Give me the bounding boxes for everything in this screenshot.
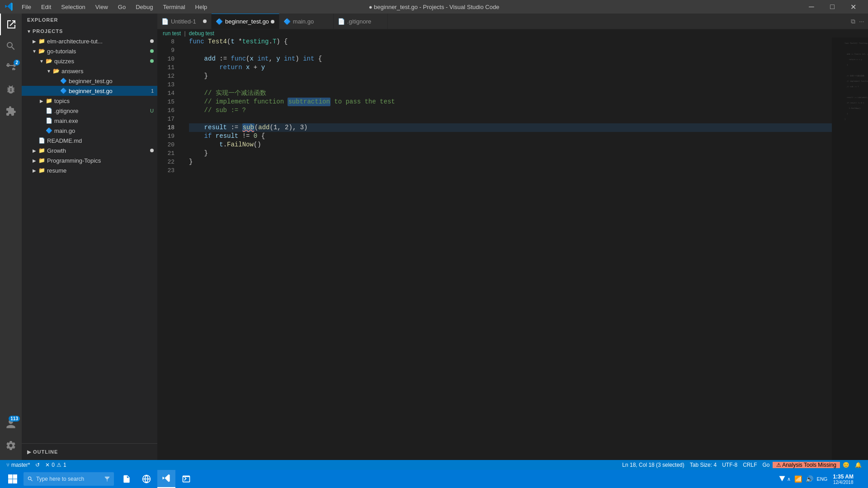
- settings-activity-icon[interactable]: [0, 435, 22, 456]
- tab-go-icon: 🔷: [216, 19, 222, 25]
- tree-item-answers[interactable]: ▼ 📂 answers: [22, 66, 157, 76]
- code-token: [189, 55, 204, 63]
- search-activity-icon[interactable]: [0, 35, 22, 57]
- taskbar-terminal-icon[interactable]: [177, 470, 195, 488]
- more-actions-button[interactable]: ···: [859, 18, 864, 25]
- taskbar-search[interactable]: Type here to search: [24, 472, 114, 486]
- tab-gitignore[interactable]: 📄 .gitignore: [334, 14, 388, 29]
- code-token: result: [216, 132, 238, 141]
- minimize-button[interactable]: ─: [801, 0, 822, 14]
- arrow-icon: ▼: [31, 47, 38, 55]
- taskbar: Type here to search: [0, 470, 868, 488]
- code-token: func: [189, 38, 208, 46]
- line-num-9: 9: [157, 46, 175, 55]
- explorer-activity-icon[interactable]: [0, 14, 22, 35]
- code-token: int: [303, 55, 314, 63]
- taskbar-tray-icons[interactable]: ∧: [779, 476, 791, 482]
- account-badge: 113: [9, 416, 20, 422]
- status-sync[interactable]: ↺: [33, 460, 42, 470]
- tab-label-gitignore: .gitignore: [347, 18, 383, 25]
- status-position[interactable]: Ln 18, Col 18 (3 selected): [619, 462, 687, 468]
- tab-dirty-dot-active: [271, 20, 274, 23]
- code-token: t: [219, 141, 223, 149]
- menu-terminal[interactable]: Terminal: [158, 3, 189, 11]
- status-analysis-warning[interactable]: ⚠ Analysis Tools Missing: [773, 462, 840, 468]
- code-token: to pass the test: [330, 98, 395, 106]
- warning-text: ⚠ Analysis Tools Missing: [776, 462, 837, 468]
- menu-debug[interactable]: Debug: [131, 3, 157, 11]
- status-encoding[interactable]: UTF-8: [719, 462, 740, 468]
- tree-item-elm[interactable]: ▶ 📁 elm-architecture-tut...: [22, 36, 157, 46]
- tree-item-topics[interactable]: ▶ 📁 topics: [22, 96, 157, 106]
- modified-dot: [150, 39, 154, 43]
- tree-item-main-exe[interactable]: 📄 main.exe: [22, 116, 157, 126]
- debug-activity-icon[interactable]: [0, 79, 22, 100]
- tray-lang[interactable]: ENG: [817, 476, 828, 482]
- code-line-16: // sub := ?: [189, 106, 832, 115]
- sync-icon: ↺: [35, 462, 40, 468]
- error-count: 0: [52, 462, 55, 468]
- tree-item-go-tutorials[interactable]: ▼ 📂 go-tutorials: [22, 46, 157, 56]
- show-desktop-button[interactable]: [859, 470, 863, 488]
- folder-icon-resume: 📁: [38, 167, 45, 174]
- taskbar-vscode-icon[interactable]: [157, 470, 175, 488]
- code-token: x: [246, 63, 250, 72]
- smiley-icon: 😊: [843, 462, 849, 468]
- tab-main-go[interactable]: 🔷 main.go: [279, 14, 334, 29]
- status-bell[interactable]: 🔔: [852, 462, 864, 468]
- debug-test-link[interactable]: debug test: [189, 30, 214, 37]
- account-activity-icon[interactable]: 113: [0, 413, 22, 435]
- status-errors[interactable]: ✕ 0 ⚠ 1: [42, 460, 69, 470]
- taskbar-clock[interactable]: 1:35 AM 12/4/2018: [831, 474, 855, 485]
- tree-item-programming-topics[interactable]: ▶ 📁 Programming-Topics: [22, 155, 157, 165]
- menu-go[interactable]: Go: [113, 3, 130, 11]
- code-token: }: [189, 158, 193, 166]
- run-test-link[interactable]: run test: [163, 30, 181, 37]
- close-button[interactable]: ✕: [843, 0, 863, 14]
- menu-edit[interactable]: Edit: [37, 3, 56, 11]
- tree-item-resume[interactable]: ▶ 📁 resume: [22, 165, 157, 175]
- tab-bar: 📄 Untitled-1 🔷 beginner_test.go 🔷 main.g…: [157, 14, 868, 29]
- tree-item-main-go[interactable]: 🔷 main.go: [22, 126, 157, 136]
- readme-label: README.md: [47, 137, 154, 144]
- code-content[interactable]: func Test4(t *testing.T) { add := func(x…: [180, 38, 832, 460]
- tree-item-gitignore[interactable]: 📄 .gitignore U: [22, 106, 157, 116]
- code-line-18: result := sub(add(1, 2), 3): [189, 123, 832, 132]
- tab-dirty-dot: [203, 19, 207, 23]
- tree-item-projects[interactable]: ▼ PROJECTS: [22, 26, 157, 36]
- menu-selection[interactable]: Selection: [57, 3, 90, 11]
- split-editor-button[interactable]: ⧉: [851, 18, 855, 25]
- folder-icon: 📁: [45, 97, 52, 104]
- menu-view[interactable]: View: [91, 3, 113, 11]
- resume-label: resume: [47, 167, 154, 174]
- menu-file[interactable]: File: [17, 3, 36, 11]
- arrow-icon: ▶: [31, 147, 38, 154]
- maximize-button[interactable]: □: [822, 0, 843, 14]
- code-token: add: [258, 123, 269, 132]
- gitignore-label: .gitignore: [54, 108, 148, 114]
- tree-item-quizzes[interactable]: ▼ 📂 quizzes: [22, 56, 157, 66]
- menu-help[interactable]: Help: [191, 3, 212, 11]
- tree-item-beginner-test-2[interactable]: 🔷 beginner_test.go 1: [22, 86, 157, 96]
- tree-item-beginner-test-1[interactable]: 🔷 beginner_test.go: [22, 76, 157, 86]
- status-right: Ln 18, Col 18 (3 selected) Tab Size: 4 U…: [619, 462, 864, 468]
- taskbar-browser-icon[interactable]: [137, 470, 156, 488]
- code-token: [189, 132, 204, 141]
- status-language[interactable]: Go: [760, 462, 772, 468]
- status-branch[interactable]: ⑂ master*: [4, 460, 33, 470]
- tray-volume: 🔊: [806, 475, 813, 483]
- tab-beginner-test[interactable]: 🔷 beginner_test.go: [212, 14, 279, 29]
- tree-item-growth[interactable]: ▶ 📁 Growth: [22, 145, 157, 155]
- status-line-ending[interactable]: CRLF: [740, 462, 760, 468]
- tray-network: 📶: [794, 475, 802, 483]
- start-button[interactable]: [2, 470, 24, 488]
- outline-header[interactable]: ▶ OUTLINE: [27, 446, 152, 457]
- status-smiley[interactable]: 😊: [840, 462, 852, 468]
- taskbar-explorer-icon[interactable]: [118, 470, 136, 488]
- source-control-activity-icon[interactable]: 2: [0, 57, 22, 79]
- status-tab-size[interactable]: Tab Size: 4: [687, 462, 719, 468]
- arrow-icon: ▼: [25, 28, 33, 35]
- tab-untitled-1[interactable]: 📄 Untitled-1: [157, 14, 212, 29]
- tree-item-readme[interactable]: 📄 README.md: [22, 136, 157, 145]
- extensions-activity-icon[interactable]: [0, 100, 22, 122]
